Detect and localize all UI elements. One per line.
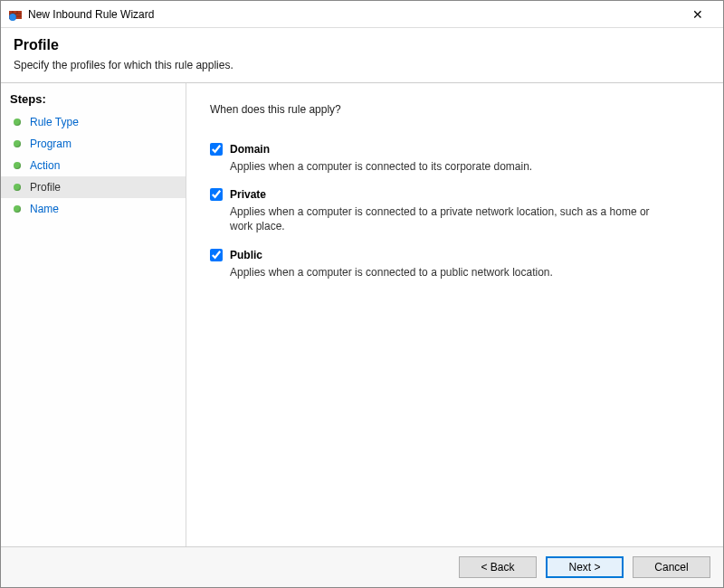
bullet-icon [14, 140, 21, 147]
bullet-icon [14, 205, 21, 213]
bullet-icon [14, 119, 21, 126]
steps-sidebar: Steps: Rule Type Program Action Profile … [1, 83, 186, 546]
wizard-body: Steps: Rule Type Program Action Profile … [1, 83, 723, 546]
domain-checkbox[interactable] [210, 143, 223, 156]
page-subtitle: Specify the profiles for which this rule… [14, 59, 710, 71]
next-button[interactable]: Next > [546, 556, 624, 578]
option-domain: Domain Applies when a computer is connec… [210, 143, 700, 174]
public-checkbox[interactable] [210, 249, 223, 261]
private-label[interactable]: Private [230, 188, 266, 201]
domain-label[interactable]: Domain [230, 143, 270, 156]
cancel-button[interactable]: Cancel [633, 556, 710, 578]
steps-heading: Steps: [1, 89, 186, 111]
step-action[interactable]: Action [1, 155, 186, 176]
step-label: Name [30, 203, 59, 215]
step-name[interactable]: Name [1, 198, 186, 220]
step-label: Profile [30, 181, 61, 194]
step-profile[interactable]: Profile [1, 176, 186, 198]
close-button[interactable]: ✕ [680, 2, 716, 27]
wizard-window: New Inbound Rule Wizard ✕ Profile Specif… [0, 0, 724, 588]
public-description: Applies when a computer is connected to … [230, 265, 655, 280]
option-private: Private Applies when a computer is conne… [210, 188, 700, 233]
titlebar: New Inbound Rule Wizard ✕ [1, 1, 723, 28]
option-public: Public Applies when a computer is connec… [210, 249, 700, 280]
public-label[interactable]: Public [230, 249, 262, 261]
window-title: New Inbound Rule Wizard [28, 8, 680, 21]
bullet-icon [14, 162, 21, 169]
wizard-content: When does this rule apply? Domain Applie… [186, 83, 723, 546]
wizard-footer: < Back Next > Cancel [1, 546, 723, 587]
step-label: Rule Type [30, 116, 79, 128]
page-title: Profile [14, 37, 710, 53]
private-checkbox[interactable] [210, 188, 223, 201]
step-program[interactable]: Program [1, 133, 186, 155]
step-label: Action [30, 159, 60, 172]
step-label: Program [30, 138, 71, 150]
private-description: Applies when a computer is connected to … [230, 204, 655, 233]
question-text: When does this rule apply? [210, 103, 700, 116]
domain-description: Applies when a computer is connected to … [230, 159, 655, 174]
back-button[interactable]: < Back [459, 556, 537, 578]
step-rule-type[interactable]: Rule Type [1, 111, 186, 133]
firewall-icon [8, 7, 23, 22]
wizard-header: Profile Specify the profiles for which t… [1, 28, 723, 83]
bullet-icon [14, 184, 21, 191]
